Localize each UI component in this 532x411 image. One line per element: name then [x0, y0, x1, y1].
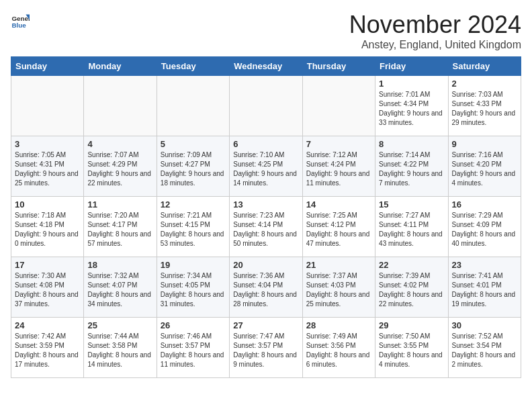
- calendar-cell: 3Sunrise: 7:05 AM Sunset: 4:31 PM Daylig…: [11, 136, 84, 197]
- calendar-cell: 2Sunrise: 7:03 AM Sunset: 4:33 PM Daylig…: [448, 76, 521, 136]
- cell-content: Sunrise: 7:14 AM Sunset: 4:22 PM Dayligh…: [379, 150, 444, 188]
- calendar-cell: 23Sunrise: 7:41 AM Sunset: 4:01 PM Dayli…: [448, 257, 521, 318]
- day-number: 22: [379, 260, 444, 270]
- calendar-cell: 24Sunrise: 7:42 AM Sunset: 3:59 PM Dayli…: [11, 318, 84, 378]
- day-number: 13: [233, 199, 298, 210]
- day-number: 2: [452, 79, 517, 89]
- calendar-cell: 16Sunrise: 7:29 AM Sunset: 4:09 PM Dayli…: [448, 197, 521, 257]
- calendar-cell: 4Sunrise: 7:07 AM Sunset: 4:29 PM Daylig…: [84, 136, 157, 197]
- location-title: Anstey, England, United Kingdom: [349, 39, 521, 51]
- cell-content: Sunrise: 7:18 AM Sunset: 4:18 PM Dayligh…: [15, 211, 80, 248]
- cell-content: Sunrise: 7:52 AM Sunset: 3:54 PM Dayligh…: [452, 332, 517, 369]
- calendar-week-4: 17Sunrise: 7:30 AM Sunset: 4:08 PM Dayli…: [11, 257, 521, 318]
- calendar-cell: 8Sunrise: 7:14 AM Sunset: 4:22 PM Daylig…: [375, 136, 448, 197]
- calendar-cell: [11, 76, 84, 136]
- calendar-cell: 18Sunrise: 7:32 AM Sunset: 4:07 PM Dayli…: [84, 257, 157, 318]
- cell-content: Sunrise: 7:44 AM Sunset: 3:58 PM Dayligh…: [87, 332, 152, 369]
- cell-content: Sunrise: 7:05 AM Sunset: 4:31 PM Dayligh…: [15, 150, 80, 188]
- cell-content: Sunrise: 7:09 AM Sunset: 4:27 PM Dayligh…: [161, 150, 226, 188]
- day-header-friday: Friday: [375, 57, 448, 76]
- day-header-monday: Monday: [84, 57, 157, 76]
- calendar-cell: 12Sunrise: 7:21 AM Sunset: 4:15 PM Dayli…: [157, 197, 229, 257]
- calendar-cell: 28Sunrise: 7:49 AM Sunset: 3:56 PM Dayli…: [302, 318, 375, 378]
- day-number: 11: [87, 199, 152, 210]
- cell-content: Sunrise: 7:23 AM Sunset: 4:14 PM Dayligh…: [233, 211, 298, 248]
- day-number: 3: [15, 139, 80, 149]
- calendar-cell: 26Sunrise: 7:46 AM Sunset: 3:57 PM Dayli…: [157, 318, 229, 378]
- day-number: 29: [379, 320, 444, 330]
- day-number: 12: [161, 199, 226, 210]
- calendar-cell: 17Sunrise: 7:30 AM Sunset: 4:08 PM Dayli…: [11, 257, 84, 318]
- svg-text:Blue: Blue: [11, 21, 26, 29]
- day-header-wednesday: Wednesday: [230, 57, 302, 76]
- month-title: November 2024: [349, 11, 521, 39]
- day-number: 19: [161, 260, 226, 270]
- cell-content: Sunrise: 7:34 AM Sunset: 4:05 PM Dayligh…: [161, 271, 226, 309]
- calendar-cell: 19Sunrise: 7:34 AM Sunset: 4:05 PM Dayli…: [157, 257, 229, 318]
- calendar-week-3: 10Sunrise: 7:18 AM Sunset: 4:18 PM Dayli…: [11, 197, 521, 257]
- day-number: 15: [379, 199, 444, 210]
- day-number: 7: [306, 139, 371, 149]
- cell-content: Sunrise: 7:07 AM Sunset: 4:29 PM Dayligh…: [87, 150, 152, 188]
- cell-content: Sunrise: 7:30 AM Sunset: 4:08 PM Dayligh…: [15, 271, 80, 309]
- day-number: 24: [15, 320, 80, 330]
- calendar-cell: 22Sunrise: 7:39 AM Sunset: 4:02 PM Dayli…: [375, 257, 448, 318]
- day-header-thursday: Thursday: [302, 57, 375, 76]
- calendar-cell: 7Sunrise: 7:12 AM Sunset: 4:24 PM Daylig…: [302, 136, 375, 197]
- cell-content: Sunrise: 7:20 AM Sunset: 4:17 PM Dayligh…: [87, 211, 152, 248]
- day-number: 26: [161, 320, 226, 330]
- page-header: General Blue November 2024 Anstey, Engla…: [11, 11, 521, 51]
- cell-content: Sunrise: 7:10 AM Sunset: 4:25 PM Dayligh…: [233, 150, 298, 188]
- calendar-week-1: 1Sunrise: 7:01 AM Sunset: 4:34 PM Daylig…: [11, 76, 521, 136]
- day-number: 9: [452, 139, 517, 149]
- day-number: 16: [452, 199, 517, 210]
- cell-content: Sunrise: 7:37 AM Sunset: 4:03 PM Dayligh…: [306, 271, 371, 309]
- cell-content: Sunrise: 7:01 AM Sunset: 4:34 PM Dayligh…: [379, 90, 444, 128]
- cell-content: Sunrise: 7:36 AM Sunset: 4:04 PM Dayligh…: [233, 271, 298, 309]
- cell-content: Sunrise: 7:21 AM Sunset: 4:15 PM Dayligh…: [161, 211, 226, 248]
- calendar-cell: 5Sunrise: 7:09 AM Sunset: 4:27 PM Daylig…: [157, 136, 229, 197]
- calendar-cell: 21Sunrise: 7:37 AM Sunset: 4:03 PM Dayli…: [302, 257, 375, 318]
- cell-content: Sunrise: 7:29 AM Sunset: 4:09 PM Dayligh…: [452, 211, 517, 248]
- day-number: 4: [87, 139, 152, 149]
- calendar-cell: 11Sunrise: 7:20 AM Sunset: 4:17 PM Dayli…: [84, 197, 157, 257]
- day-header-sunday: Sunday: [11, 57, 84, 76]
- day-number: 23: [452, 260, 517, 270]
- day-number: 18: [87, 260, 152, 270]
- cell-content: Sunrise: 7:49 AM Sunset: 3:56 PM Dayligh…: [306, 332, 371, 369]
- calendar-cell: 15Sunrise: 7:27 AM Sunset: 4:11 PM Dayli…: [375, 197, 448, 257]
- calendar-cell: 9Sunrise: 7:16 AM Sunset: 4:20 PM Daylig…: [448, 136, 521, 197]
- calendar-cell: 25Sunrise: 7:44 AM Sunset: 3:58 PM Dayli…: [84, 318, 157, 378]
- day-number: 8: [379, 139, 444, 149]
- cell-content: Sunrise: 7:50 AM Sunset: 3:55 PM Dayligh…: [379, 332, 444, 369]
- calendar-cell: 13Sunrise: 7:23 AM Sunset: 4:14 PM Dayli…: [230, 197, 302, 257]
- logo-icon: General Blue: [11, 11, 30, 30]
- cell-content: Sunrise: 7:42 AM Sunset: 3:59 PM Dayligh…: [15, 332, 80, 369]
- cell-content: Sunrise: 7:25 AM Sunset: 4:12 PM Dayligh…: [306, 211, 371, 248]
- calendar-week-2: 3Sunrise: 7:05 AM Sunset: 4:31 PM Daylig…: [11, 136, 521, 197]
- day-number: 14: [306, 199, 371, 210]
- calendar-cell: [157, 76, 229, 136]
- day-number: 10: [15, 199, 80, 210]
- calendar-cell: 29Sunrise: 7:50 AM Sunset: 3:55 PM Dayli…: [375, 318, 448, 378]
- calendar-cell: 6Sunrise: 7:10 AM Sunset: 4:25 PM Daylig…: [230, 136, 302, 197]
- calendar-cell: 14Sunrise: 7:25 AM Sunset: 4:12 PM Dayli…: [302, 197, 375, 257]
- day-number: 28: [306, 320, 371, 330]
- day-number: 20: [233, 260, 298, 270]
- calendar-header-row: SundayMondayTuesdayWednesdayThursdayFrid…: [11, 57, 521, 76]
- calendar-cell: 30Sunrise: 7:52 AM Sunset: 3:54 PM Dayli…: [448, 318, 521, 378]
- day-number: 5: [161, 139, 226, 149]
- cell-content: Sunrise: 7:46 AM Sunset: 3:57 PM Dayligh…: [161, 332, 226, 369]
- cell-content: Sunrise: 7:12 AM Sunset: 4:24 PM Dayligh…: [306, 150, 371, 188]
- cell-content: Sunrise: 7:27 AM Sunset: 4:11 PM Dayligh…: [379, 211, 444, 248]
- calendar-cell: 20Sunrise: 7:36 AM Sunset: 4:04 PM Dayli…: [230, 257, 302, 318]
- cell-content: Sunrise: 7:41 AM Sunset: 4:01 PM Dayligh…: [452, 271, 517, 309]
- calendar-cell: [84, 76, 157, 136]
- day-number: 30: [452, 320, 517, 330]
- day-header-tuesday: Tuesday: [157, 57, 229, 76]
- logo: General Blue: [11, 11, 32, 30]
- day-number: 17: [15, 260, 80, 270]
- cell-content: Sunrise: 7:39 AM Sunset: 4:02 PM Dayligh…: [379, 271, 444, 309]
- cell-content: Sunrise: 7:03 AM Sunset: 4:33 PM Dayligh…: [452, 90, 517, 128]
- day-number: 27: [233, 320, 298, 330]
